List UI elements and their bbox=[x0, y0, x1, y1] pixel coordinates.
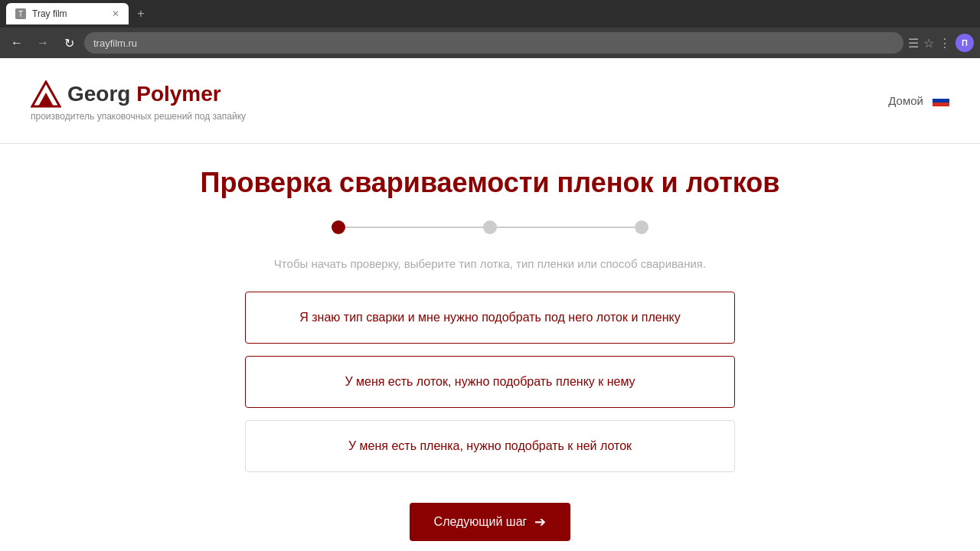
logo-text: Georg Polymer bbox=[67, 82, 221, 106]
next-step-arrow-icon: ➔ bbox=[534, 514, 546, 530]
main-content: Проверка свариваемости пленок и лотков Ч… bbox=[0, 144, 980, 551]
logo-icon bbox=[31, 80, 61, 108]
option-3-text: У меня есть пленка, нужно подобрать к не… bbox=[348, 439, 632, 452]
logo-area: Georg Polymer производитель упаковочных … bbox=[31, 80, 246, 122]
nav-home-link[interactable]: Домой bbox=[888, 94, 923, 107]
next-step-button[interactable]: Следующий шаг ➔ bbox=[410, 503, 571, 541]
bookmark-icon[interactable]: ☆ bbox=[923, 36, 934, 51]
back-button[interactable]: ← bbox=[6, 32, 28, 54]
tab-favicon: T bbox=[15, 8, 26, 19]
option-2-card[interactable]: У меня есть лоток, нужно подобрать пленк… bbox=[245, 356, 735, 408]
menu-icon[interactable]: ⋮ bbox=[939, 36, 951, 51]
hint-text: Чтобы начать проверку, выберите тип лотк… bbox=[274, 257, 706, 270]
logo-subtitle: производитель упаковочных решений под за… bbox=[31, 111, 246, 122]
step-line-2 bbox=[497, 227, 635, 228]
page-content: Georg Polymer производитель упаковочных … bbox=[0, 58, 980, 551]
address-text: trayfilm.ru bbox=[93, 37, 137, 49]
option-1-card[interactable]: Я знаю тип сварки и мне нужно подобрать … bbox=[245, 292, 735, 344]
refresh-button[interactable]: ↻ bbox=[58, 32, 80, 54]
page-title: Проверка свариваемости пленок и лотков bbox=[201, 167, 780, 199]
extensions-icon[interactable]: ☰ bbox=[908, 36, 919, 51]
tab-close-button[interactable]: ✕ bbox=[112, 8, 119, 19]
profile-icon[interactable]: П bbox=[956, 34, 974, 52]
nav-bar: ← → ↻ trayfilm.ru ☰ ☆ ⋮ П bbox=[0, 28, 980, 58]
tab-title: Tray film bbox=[32, 8, 67, 19]
step-line-1 bbox=[345, 227, 483, 228]
forward-button[interactable]: → bbox=[32, 32, 54, 54]
step-2-dot bbox=[483, 220, 497, 234]
new-tab-button[interactable]: + bbox=[132, 5, 150, 23]
site-header: Georg Polymer производитель упаковочных … bbox=[0, 58, 980, 144]
step-3-dot bbox=[635, 220, 648, 234]
options-container: Я знаю тип сварки и мне нужно подобрать … bbox=[245, 292, 735, 484]
option-3-card[interactable]: У меня есть пленка, нужно подобрать к не… bbox=[245, 420, 735, 472]
logo-part1: Georg bbox=[67, 82, 136, 106]
step-indicator bbox=[332, 220, 648, 234]
step-1-dot bbox=[332, 220, 345, 234]
language-flag[interactable] bbox=[933, 95, 949, 107]
active-tab[interactable]: T Tray film ✕ bbox=[6, 3, 129, 24]
browser-window: T Tray film ✕ + ← → ↻ trayfilm.ru ☰ ☆ ⋮ … bbox=[0, 0, 980, 58]
header-nav: Домой bbox=[888, 94, 949, 107]
tab-bar: T Tray film ✕ + bbox=[0, 0, 980, 28]
address-bar[interactable]: trayfilm.ru bbox=[84, 32, 903, 54]
logo-main: Georg Polymer bbox=[31, 80, 246, 108]
option-1-text: Я знаю тип сварки и мне нужно подобрать … bbox=[299, 311, 680, 324]
next-step-label: Следующий шаг bbox=[434, 515, 528, 529]
logo-part2: Polymer bbox=[136, 82, 221, 106]
svg-marker-1 bbox=[38, 93, 54, 106]
option-2-text: У меня есть лоток, нужно подобрать пленк… bbox=[345, 375, 635, 388]
flag-red bbox=[933, 103, 949, 106]
nav-icons: ☰ ☆ ⋮ П bbox=[908, 34, 974, 52]
